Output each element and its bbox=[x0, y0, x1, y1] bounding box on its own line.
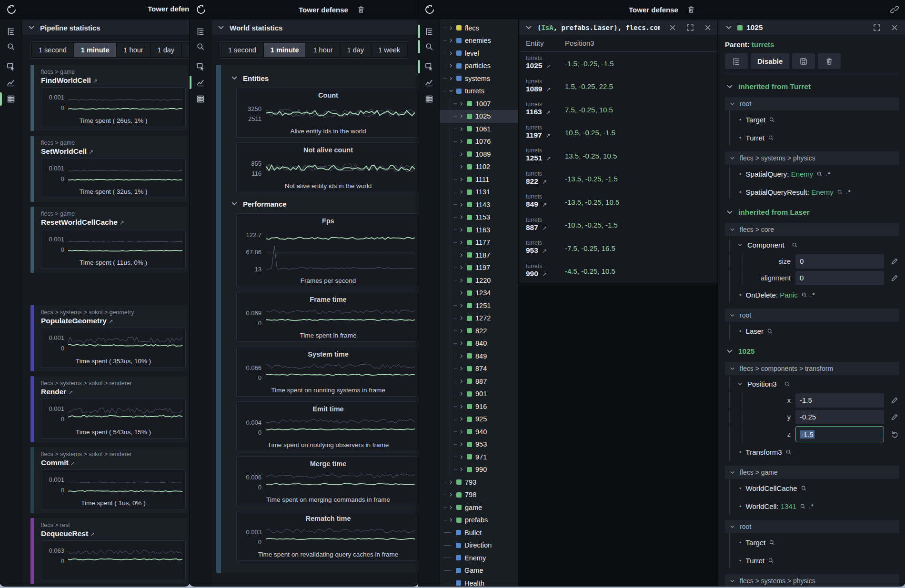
tree-panel-icon[interactable] bbox=[5, 26, 17, 37]
scope-band[interactable]: flecs > core bbox=[725, 223, 899, 236]
tree-item-enemies[interactable]: enemies bbox=[440, 34, 518, 47]
query-result-row[interactable]: turrets 953 ↗ -7.5, -0.25, 16.5 bbox=[519, 237, 717, 260]
scope-band[interactable]: root bbox=[725, 309, 899, 322]
tab-1-minute[interactable]: 1 minute bbox=[74, 43, 116, 57]
tree-item-1197[interactable]: 1197 bbox=[440, 261, 518, 274]
chevron-right-icon[interactable] bbox=[458, 389, 465, 399]
tree-item-1177[interactable]: 1177 bbox=[440, 236, 518, 249]
chevron-right-icon[interactable] bbox=[458, 364, 465, 373]
stats-panel-icon[interactable] bbox=[5, 93, 17, 105]
chevron-right-icon[interactable] bbox=[458, 427, 465, 437]
tab-1-day[interactable]: 1 day bbox=[151, 43, 181, 57]
tree-item-971[interactable]: 971 bbox=[440, 451, 518, 464]
scope-band[interactable]: flecs > components > transform bbox=[725, 362, 899, 375]
inspector-section-1025[interactable]: 1025 bbox=[725, 346, 899, 357]
query-result-row[interactable]: turrets 1089 ↗ 1.5, -0.25, 22.5 bbox=[519, 75, 717, 99]
tree-item-1163[interactable]: 1163 bbox=[440, 224, 518, 237]
search-panel-icon[interactable] bbox=[423, 41, 435, 52]
inspect-panel-icon[interactable] bbox=[195, 61, 206, 72]
chevron-right-icon[interactable] bbox=[458, 351, 465, 361]
edit-pencil-icon[interactable] bbox=[890, 257, 899, 266]
row-entity-id[interactable]: 990 ↗ bbox=[526, 269, 565, 278]
chevron-right-icon[interactable] bbox=[458, 326, 465, 336]
tree-item-particles[interactable]: particles bbox=[440, 60, 518, 72]
field-input-x[interactable]: -1.5 bbox=[795, 393, 884, 408]
panel-header-pipeline-statistics[interactable]: Pipeline statistics bbox=[22, 20, 190, 35]
save-button[interactable] bbox=[792, 53, 815, 69]
tree-item-1251[interactable]: 1251 bbox=[440, 299, 518, 312]
tree-item-849[interactable]: 849 bbox=[440, 350, 518, 363]
system-name-link[interactable]: PopulateGeometry↗ bbox=[41, 317, 186, 325]
tab-1-second[interactable]: 1 second bbox=[221, 43, 263, 57]
inspect-panel-icon[interactable] bbox=[423, 61, 435, 72]
tree-panel-icon[interactable] bbox=[195, 26, 206, 37]
chevron-right-icon[interactable] bbox=[458, 276, 465, 285]
close-icon[interactable] bbox=[703, 23, 713, 32]
chevron-right-icon[interactable] bbox=[448, 49, 454, 58]
component-expand-Position3[interactable]: Position3 bbox=[725, 376, 899, 391]
query-result-row[interactable]: turrets 887 ↗ -10.5, -0.25, -1.5 bbox=[519, 214, 717, 237]
chevron-right-icon[interactable] bbox=[458, 175, 465, 184]
component-value-link[interactable]: 1341 bbox=[781, 502, 796, 510]
row-entity-id[interactable]: 953 ↗ bbox=[526, 246, 565, 255]
chevron-right-icon[interactable] bbox=[458, 414, 465, 424]
tree-item-1234[interactable]: 1234 bbox=[440, 287, 518, 299]
scope-band[interactable]: flecs > game bbox=[725, 466, 899, 479]
row-entity-id[interactable]: 1089 ↗ bbox=[526, 85, 565, 93]
expand-icon[interactable] bbox=[872, 23, 882, 32]
search-icon[interactable] bbox=[837, 189, 843, 195]
chevron-right-icon[interactable] bbox=[458, 200, 465, 209]
field-input-z[interactable]: -1.5 bbox=[795, 426, 884, 442]
chevron-right-icon[interactable] bbox=[458, 263, 465, 272]
tree-item-1111[interactable]: 1111 bbox=[440, 173, 518, 186]
close-icon[interactable] bbox=[668, 23, 677, 32]
field-input-size[interactable]: 0 bbox=[795, 254, 884, 269]
field-input-alignment[interactable]: 0 bbox=[795, 271, 884, 285]
tree-item-874[interactable]: 874 bbox=[440, 362, 518, 375]
scope-band[interactable]: flecs > systems > physics bbox=[725, 574, 899, 586]
system-name-link[interactable]: SetWorldCell↗ bbox=[41, 147, 186, 156]
tree-item-1007[interactable]: 1007 bbox=[440, 98, 518, 110]
tab-1-second[interactable]: 1 second bbox=[32, 43, 73, 57]
chevron-right-icon[interactable] bbox=[458, 111, 465, 121]
search-icon[interactable] bbox=[792, 242, 798, 248]
chevron-right-icon[interactable] bbox=[458, 465, 465, 474]
tree-item-1187[interactable]: 1187 bbox=[440, 249, 518, 262]
chevron-right-icon[interactable] bbox=[458, 187, 465, 197]
system-name-link[interactable]: DequeueRest↗ bbox=[41, 529, 186, 538]
chart-panel-icon[interactable] bbox=[195, 77, 206, 88]
tree-item-1089[interactable]: 1089 bbox=[440, 148, 518, 161]
chevron-right-icon[interactable] bbox=[458, 124, 465, 134]
section-header-performance[interactable]: Performance bbox=[221, 192, 418, 213]
tab-1-week[interactable]: 1 week bbox=[372, 43, 407, 57]
chart-panel-icon[interactable] bbox=[5, 77, 17, 88]
row-entity-id[interactable]: 849 ↗ bbox=[526, 200, 565, 209]
expand-icon[interactable] bbox=[685, 23, 695, 32]
inspector-section-inherited-from-Turret[interactable]: inherited from Turret bbox=[725, 81, 899, 92]
tree-item-1131[interactable]: 1131 bbox=[440, 186, 518, 199]
tab-1-hour[interactable]: 1 hour bbox=[306, 43, 339, 57]
tree-item-Health[interactable]: Health bbox=[440, 577, 518, 587]
chevron-right-icon[interactable] bbox=[458, 137, 465, 146]
tree-item-953[interactable]: 953 bbox=[440, 438, 518, 451]
row-entity-id[interactable]: 887 ↗ bbox=[526, 223, 565, 232]
chevron-right-icon[interactable] bbox=[458, 301, 465, 310]
chevron-right-icon[interactable] bbox=[458, 149, 465, 159]
scope-band[interactable]: root bbox=[725, 97, 899, 110]
chevron-right-icon[interactable] bbox=[448, 74, 454, 83]
stats-panel-icon[interactable] bbox=[195, 93, 206, 105]
edit-pencil-icon[interactable] bbox=[890, 412, 899, 422]
chevron-right-icon[interactable] bbox=[448, 490, 454, 499]
chevron-right-icon[interactable] bbox=[458, 452, 465, 462]
row-entity-id[interactable]: 1251 ↗ bbox=[526, 154, 565, 162]
chevron-right-icon[interactable] bbox=[458, 225, 465, 235]
tree-item-840[interactable]: 840 bbox=[440, 337, 518, 350]
system-name-link[interactable]: Commit↗ bbox=[41, 458, 186, 467]
tree-item-887[interactable]: 887 bbox=[440, 375, 518, 388]
row-entity-id[interactable]: 822 ↗ bbox=[526, 177, 565, 186]
query-result-row[interactable]: turrets 1197 ↗ 10.5, -0.25, -1.5 bbox=[519, 121, 717, 145]
tree-item-901[interactable]: 901 bbox=[440, 388, 518, 400]
inspect-panel-icon[interactable] bbox=[5, 61, 17, 72]
tree-item-1220[interactable]: 1220 bbox=[440, 274, 518, 287]
tree-item-Bullet[interactable]: Bullet bbox=[440, 527, 518, 539]
